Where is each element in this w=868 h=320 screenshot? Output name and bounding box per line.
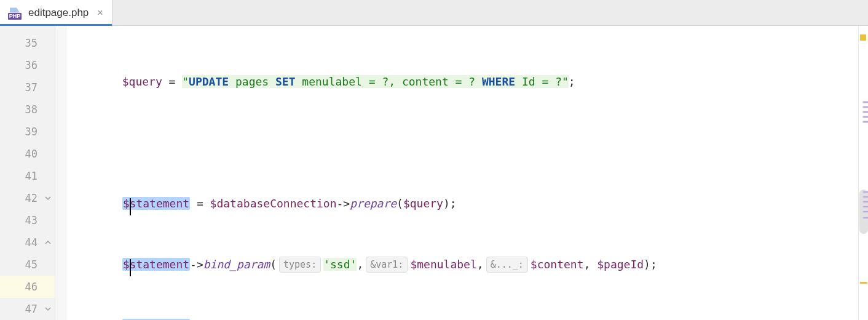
gutter-line[interactable]: 46: [0, 276, 55, 298]
param-hint: &var1:: [366, 257, 408, 273]
gutter-line[interactable]: 37: [0, 76, 55, 98]
gutter[interactable]: 35363738394041424344454647: [0, 26, 55, 320]
gutter-line[interactable]: 38: [0, 98, 55, 121]
gutter-line[interactable]: 42: [0, 187, 55, 209]
marker-stripe[interactable]: [858, 26, 868, 320]
gutter-line[interactable]: 41: [0, 165, 55, 187]
fold-expand-icon[interactable]: [44, 305, 52, 313]
gutter-line[interactable]: 35: [0, 32, 55, 54]
code-area[interactable]: $query = "UPDATE pages SET menulabel = ?…: [66, 26, 858, 320]
code-line[interactable]: [66, 132, 858, 154]
gutter-line[interactable]: 43: [0, 209, 55, 231]
marker-hint[interactable]: [862, 206, 868, 208]
editor: 35363738394041424344454647 $query = "UPD…: [0, 26, 868, 320]
marker-hint[interactable]: [862, 201, 868, 203]
tab-bar: PHP editpage.php ×: [0, 0, 868, 26]
gutter-line[interactable]: 40: [0, 143, 55, 165]
code-line[interactable]: $statement->bind_param(types:'ssd',&var1…: [66, 254, 858, 276]
gutter-line[interactable]: 45: [0, 254, 55, 276]
marker-warn[interactable]: [860, 34, 866, 41]
marker-hint[interactable]: [862, 210, 868, 213]
gutter-line[interactable]: 44: [0, 231, 55, 254]
code-line[interactable]: $statement = $databaseConnection->prepar…: [66, 193, 858, 215]
marker-hint[interactable]: [862, 106, 868, 108]
marker-hint[interactable]: [862, 191, 868, 193]
tab-editpage[interactable]: PHP editpage.php ×: [0, 0, 112, 25]
marker-hint[interactable]: [862, 217, 868, 219]
gutter-line[interactable]: 47: [0, 298, 55, 320]
marker-hint[interactable]: [862, 121, 868, 123]
marker-hint[interactable]: [862, 101, 868, 103]
php-file-icon: PHP: [6, 6, 23, 20]
gutter-line[interactable]: 39: [0, 121, 55, 143]
tab-title: editpage.php: [28, 7, 89, 19]
marker-hint[interactable]: [862, 111, 868, 113]
fold-stripe: [55, 26, 66, 320]
param-hint: types:: [279, 257, 321, 273]
fold-collapse-icon[interactable]: [44, 238, 52, 247]
param-hint: &..._:: [486, 257, 528, 273]
code-line[interactable]: $statement->execute();: [66, 314, 858, 320]
fold-expand-icon[interactable]: [44, 194, 52, 202]
close-icon[interactable]: ×: [97, 7, 103, 18]
gutter-line[interactable]: 36: [0, 54, 55, 76]
marker-hint[interactable]: [862, 116, 868, 118]
code-line[interactable]: $query = "UPDATE pages SET menulabel = ?…: [66, 71, 858, 93]
marker-hint[interactable]: [862, 196, 868, 198]
marker-caret-mark[interactable]: [860, 282, 867, 284]
